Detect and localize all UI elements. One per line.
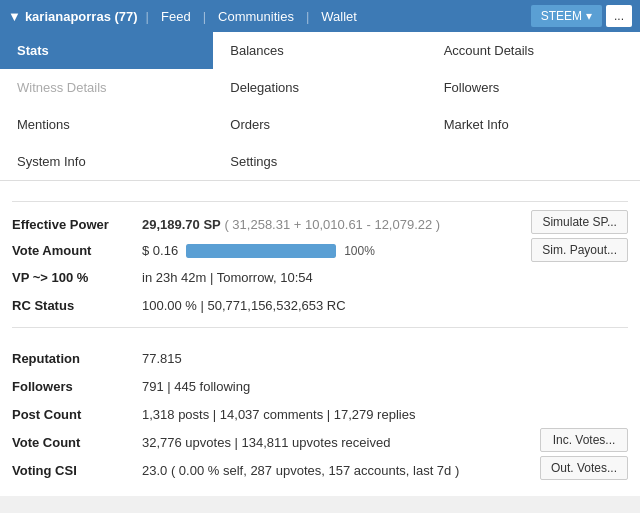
- followers-value: 791 | 445 following: [142, 379, 628, 394]
- voting-csi-label: Voting CSI: [12, 463, 142, 478]
- vote-progress-container: $ 0.16 100%: [142, 243, 511, 258]
- menu-item-orders[interactable]: Orders: [213, 106, 426, 143]
- divider-top: [12, 201, 628, 202]
- sim-payout-button[interactable]: Sim. Payout...: [531, 238, 628, 262]
- vote-amount-dollar: $ 0.16: [142, 243, 178, 258]
- menu-item-followers[interactable]: Followers: [427, 69, 640, 106]
- vote-count-data: Vote Count 32,776 upvotes | 134,811 upvo…: [12, 428, 520, 484]
- vote-progress-bar-inner: [186, 244, 336, 258]
- post-count-row: Post Count 1,318 posts | 14,037 comments…: [12, 400, 628, 428]
- top-buttons: Simulate SP... Sim. Payout...: [519, 210, 628, 262]
- simulate-sp-button[interactable]: Simulate SP...: [531, 210, 628, 234]
- vp-value: in 23h 42m | Tomorrow, 10:54: [142, 270, 628, 285]
- out-votes-button[interactable]: Out. Votes...: [540, 456, 628, 480]
- menu-item-witness-details: Witness Details: [0, 69, 213, 106]
- menu-item-market-info[interactable]: Market Info: [427, 106, 640, 143]
- vote-progress-bar-outer: [186, 244, 336, 258]
- followers-row: Followers 791 | 445 following: [12, 372, 628, 400]
- menu-item-stats[interactable]: Stats: [0, 32, 213, 69]
- vote-count-value: 32,776 upvotes | 134,811 upvotes receive…: [142, 435, 520, 450]
- reputation-value: 77.815: [142, 351, 628, 366]
- inc-votes-button[interactable]: Inc. Votes...: [540, 428, 628, 452]
- content-area: Effective Power 29,189.70 SP ( 31,258.31…: [0, 181, 640, 496]
- menu-item-system-info[interactable]: System Info: [0, 143, 213, 180]
- menu-item-balances[interactable]: Balances: [213, 32, 426, 69]
- voting-csi-value: 23.0 ( 0.00 % self, 287 upvotes, 157 acc…: [142, 463, 520, 478]
- post-count-value: 1,318 posts | 14,037 comments | 17,279 r…: [142, 407, 628, 422]
- effective-power-label: Effective Power: [12, 217, 142, 232]
- menu-item-settings[interactable]: Settings: [213, 143, 426, 180]
- nav-communities[interactable]: Communities: [206, 9, 306, 24]
- nav-feed[interactable]: Feed: [149, 9, 203, 24]
- vote-amount-value-container: $ 0.16 100%: [142, 243, 511, 258]
- top-nav: ▼ karianaporras (77) | Feed | Communitie…: [0, 0, 640, 32]
- vote-amount-row: Vote Amount $ 0.16 100%: [12, 238, 511, 263]
- effective-power-row: Effective Power 29,189.70 SP ( 31,258.31…: [12, 210, 511, 238]
- rc-value: 100.00 % | 50,771,156,532,653 RC: [142, 298, 628, 313]
- effective-power-detail-text: ( 31,258.31 + 10,010.61 - 12,079.22 ): [224, 217, 440, 232]
- vp-label: VP ~> 100 %: [12, 270, 142, 285]
- effective-power-value: 29,189.70 SP ( 31,258.31 + 10,010.61 - 1…: [142, 217, 511, 232]
- menu-item-account-details[interactable]: Account Details: [427, 32, 640, 69]
- vp-row: VP ~> 100 % in 23h 42m | Tomorrow, 10:54: [12, 263, 628, 291]
- menu-item-mentions[interactable]: Mentions: [0, 106, 213, 143]
- effective-power-sp: 29,189.70 SP: [142, 217, 221, 232]
- steem-button[interactable]: STEEM ▾: [531, 5, 602, 27]
- nav-wallet[interactable]: Wallet: [309, 9, 369, 24]
- bottom-buttons: Inc. Votes... Out. Votes...: [528, 428, 628, 480]
- vote-count-label: Vote Count: [12, 435, 142, 450]
- vote-count-section: Vote Count 32,776 upvotes | 134,811 upvo…: [12, 428, 628, 484]
- voting-csi-row: Voting CSI 23.0 ( 0.00 % self, 287 upvot…: [12, 456, 520, 484]
- followers-label: Followers: [12, 379, 142, 394]
- vote-count-row: Vote Count 32,776 upvotes | 134,811 upvo…: [12, 428, 520, 456]
- vote-amount-label: Vote Amount: [12, 243, 142, 258]
- steem-label: STEEM: [541, 9, 582, 23]
- menu-item-delegations[interactable]: Delegations: [213, 69, 426, 106]
- brand-triangle: ▼: [8, 9, 21, 24]
- reputation-row: Reputation 77.815: [12, 344, 628, 372]
- brand-name: karianaporras (77): [25, 9, 138, 24]
- reputation-label: Reputation: [12, 351, 142, 366]
- brand: ▼ karianaporras (77): [8, 9, 138, 24]
- vote-progress-label: 100%: [344, 244, 379, 258]
- menu-item-empty: [427, 143, 640, 180]
- rc-label: RC Status: [12, 298, 142, 313]
- menu-grid: Stats Balances Account Details Witness D…: [0, 32, 640, 181]
- divider-mid: [12, 327, 628, 328]
- steem-triangle: ▾: [586, 9, 592, 23]
- bottom-section: Reputation 77.815 Followers 791 | 445 fo…: [12, 336, 628, 496]
- rc-row: RC Status 100.00 % | 50,771,156,532,653 …: [12, 291, 628, 319]
- top-stats-section: Effective Power 29,189.70 SP ( 31,258.31…: [12, 210, 628, 263]
- more-button[interactable]: ...: [606, 5, 632, 27]
- post-count-label: Post Count: [12, 407, 142, 422]
- top-stats-data: Effective Power 29,189.70 SP ( 31,258.31…: [12, 210, 511, 263]
